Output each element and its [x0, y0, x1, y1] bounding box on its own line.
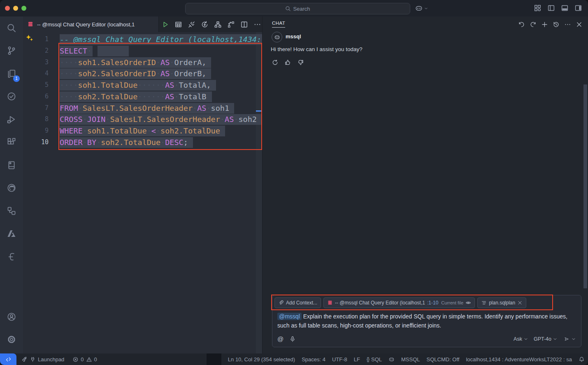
copilot-status[interactable] [388, 356, 395, 363]
code-editor[interactable]: 1-- @mssql Chat Query Editor (localhost,… [23, 32, 262, 353]
code-line[interactable]: 2SELECT· [23, 45, 262, 57]
code-line[interactable]: 1-- @mssql Chat Query Editor (localhost,… [23, 34, 262, 45]
activity-item-extensions[interactable] [0, 131, 23, 154]
activity-item-search[interactable] [0, 16, 23, 40]
code-text[interactable]: ····soh1.SalesOrderID·AS·OrderA, [60, 57, 206, 68]
line-number[interactable]: 4 [23, 68, 49, 80]
activity-item-azure-devops[interactable] [0, 85, 23, 108]
encoding-status[interactable]: UTF-8 [332, 356, 347, 363]
code-text[interactable]: FROM·SalesLT.SalesOrderHeader·AS·soh1 [60, 103, 229, 114]
activity-item-settings[interactable] [0, 328, 23, 351]
thumb-down-icon[interactable] [297, 59, 304, 66]
code-line[interactable]: 7FROM·SalesLT.SalesOrderHeader·AS·soh1 [23, 103, 262, 114]
line-number[interactable]: 6 [23, 91, 49, 103]
cursor-position-status[interactable]: Ln 10, Col 29 (354 selected) [228, 356, 295, 363]
chat-input-text[interactable]: @mssql Explain the execution plan for th… [277, 312, 578, 330]
code-text[interactable]: ORDER·BY·soh2.TotalDue·DESC; [60, 137, 188, 148]
context-chip-sqlplan[interactable]: plan.sqlplan [477, 297, 526, 308]
activity-item-containers[interactable] [0, 199, 23, 222]
thumb-up-icon[interactable] [284, 59, 291, 66]
copilot-titlebar-menu[interactable] [415, 4, 428, 12]
mention-icon[interactable]: @ [277, 336, 284, 342]
line-number[interactable]: 2 [23, 45, 49, 57]
microphone-icon[interactable] [289, 336, 296, 342]
history-icon[interactable] [553, 21, 560, 28]
split-editor-icon[interactable] [240, 21, 248, 28]
code-line[interactable]: 8CROSS·JOIN·SalesLT.SalesOrderHeader·AS·… [23, 114, 262, 125]
code-text[interactable]: ····soh2.TotalDue······AS·TotalB [60, 91, 206, 103]
activity-badge: 1 [13, 75, 20, 82]
toggle-panel-icon[interactable] [561, 4, 569, 12]
activity-item-open-copies[interactable]: 1 [0, 62, 23, 85]
activity-item-run-and-debug[interactable] [0, 108, 23, 131]
activity-item-accounts[interactable] [0, 305, 23, 328]
line-number[interactable]: 1 [23, 34, 49, 45]
undo-icon[interactable] [518, 21, 525, 28]
line-number[interactable]: 9 [23, 125, 49, 137]
toggle-primary-sidebar-icon[interactable] [547, 4, 555, 12]
chat-panel-title[interactable]: CHAT [272, 21, 285, 28]
send-icon [563, 337, 570, 342]
code-text[interactable]: WHERE·soh1.TotalDue·<·soh2.TotalDue [60, 125, 220, 137]
code-text[interactable]: SELECT· [60, 45, 92, 57]
more-actions-icon[interactable] [253, 21, 261, 28]
eye-icon[interactable] [465, 300, 471, 306]
actual-plan-icon[interactable] [227, 21, 235, 28]
line-number[interactable]: 3 [23, 57, 49, 68]
run-query-icon[interactable] [161, 21, 169, 28]
indentation-status[interactable]: Spaces: 4 [302, 356, 325, 363]
activity-item-fabric[interactable] [0, 245, 23, 268]
window-close-button[interactable] [5, 6, 10, 11]
editor-tab[interactable]: -- @mssql Chat Query Editor (localhost,1 [23, 16, 159, 32]
code-line[interactable]: 4····soh2.SalesOrderID·AS·OrderB, [23, 68, 262, 80]
chat-mode-picker[interactable]: Ask [514, 336, 528, 342]
line-number[interactable]: 7 [23, 103, 49, 114]
close-icon[interactable] [517, 300, 523, 306]
window-zoom-button[interactable] [21, 6, 26, 11]
new-chat-icon[interactable] [541, 21, 548, 28]
code-line[interactable]: 3····soh1.SalesOrderID·AS·OrderA, [23, 57, 262, 68]
language-mode-status[interactable]: {} SQL [367, 356, 382, 363]
estimated-plan-icon[interactable] [214, 21, 222, 28]
code-text[interactable]: ····soh1.TotalDue······AS·TotalA, [60, 80, 211, 91]
code-text[interactable]: -- @mssql Chat Query Editor (localhost,1… [60, 34, 261, 45]
redo-icon[interactable] [530, 21, 537, 28]
close-icon[interactable] [576, 21, 583, 28]
send-button[interactable] [563, 337, 576, 342]
code-line[interactable]: 6····soh2.TotalDue······AS·TotalB [23, 91, 262, 103]
remote-indicator[interactable] [0, 353, 16, 365]
connection-status[interactable]: localhost,1434 : AdventureWorksLT2022 : … [466, 356, 572, 363]
mssql-provider-status[interactable]: MSSQL [401, 356, 420, 363]
line-number[interactable]: 8 [23, 114, 49, 125]
line-number[interactable]: 10 [23, 137, 49, 148]
activity-item-source-control[interactable] [0, 40, 23, 63]
activity-item-github[interactable] [0, 177, 23, 200]
code-line[interactable]: 10ORDER·BY·soh2.TotalDue·DESC; [23, 137, 262, 148]
zoom-status-button[interactable] [207, 353, 221, 365]
refresh-icon[interactable] [272, 59, 279, 66]
model-picker[interactable]: GPT-4o [534, 336, 558, 342]
change-connection-icon[interactable] [201, 21, 209, 28]
code-text[interactable]: ····soh2.SalesOrderID·AS·OrderB, [60, 68, 206, 80]
context-chip-current-file[interactable]: -- @mssql Chat Query Editor (localhost,1… [323, 297, 475, 308]
more-actions-icon[interactable] [564, 21, 571, 28]
problems-status[interactable]: 0 0 [72, 356, 97, 363]
chat-scrollbar[interactable] [583, 84, 587, 288]
activity-item-notebooks[interactable] [0, 154, 23, 177]
toggle-secondary-sidebar-icon[interactable] [574, 4, 582, 12]
add-context-button[interactable]: Add Context... [274, 297, 321, 308]
code-line[interactable]: 9WHERE·soh1.TotalDue·<·soh2.TotalDue [23, 125, 262, 137]
window-minimize-button[interactable] [13, 6, 18, 11]
launchpad-status[interactable]: Launchpad [21, 356, 64, 363]
eol-status[interactable]: LF [354, 356, 360, 363]
activity-item-azure[interactable] [0, 222, 23, 246]
code-line[interactable]: 5····soh1.TotalDue······AS·TotalA, [23, 80, 262, 91]
command-center-search[interactable]: Search [185, 3, 410, 14]
disconnect-icon[interactable] [188, 21, 195, 28]
line-number[interactable]: 5 [23, 80, 49, 91]
customize-layout-icon[interactable] [534, 4, 542, 12]
code-text[interactable]: CROSS·JOIN·SalesLT.SalesOrderHeader·AS·s… [60, 114, 257, 125]
sqlcmd-status[interactable]: SQLCMD: Off [427, 356, 460, 363]
results-grid-icon[interactable] [174, 21, 182, 28]
notifications-status[interactable] [579, 356, 585, 363]
